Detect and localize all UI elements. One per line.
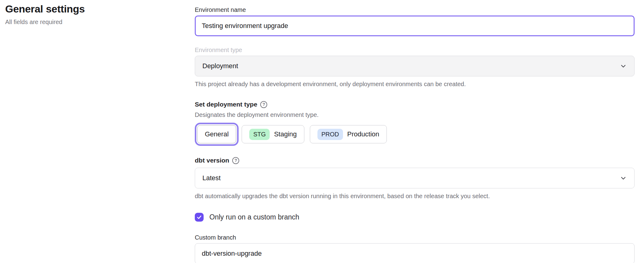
custom-branch-checkbox[interactable] (195, 213, 204, 222)
deployment-type-staging-button[interactable]: STG Staging (242, 125, 304, 143)
deployment-type-section-header: Set deployment type ? (195, 101, 635, 108)
environment-name-label: Environment name (195, 6, 635, 13)
chevron-down-icon (620, 62, 627, 70)
dbt-version-section-header: dbt version ? (195, 157, 635, 164)
staging-button-label: Staging (274, 130, 297, 138)
chevron-down-icon (620, 174, 627, 182)
deployment-type-general-button[interactable]: General (197, 125, 236, 143)
help-icon[interactable]: ? (232, 157, 239, 164)
environment-type-helper: This project already has a development e… (195, 80, 635, 88)
custom-branch-checkbox-label: Only run on a custom branch (209, 213, 299, 221)
environment-type-value: Deployment (202, 62, 238, 70)
help-icon[interactable]: ? (260, 101, 267, 108)
environment-settings-page: General settings All fields are required… (0, 0, 644, 263)
dbt-version-label: dbt version (195, 157, 229, 164)
custom-branch-input[interactable] (195, 243, 635, 263)
staging-badge: STG (249, 129, 270, 140)
custom-branch-checkbox-row: Only run on a custom branch (195, 213, 635, 222)
environment-settings-form: Environment name Environment type Deploy… (195, 0, 635, 263)
production-badge: PROD (317, 129, 343, 140)
custom-branch-label: Custom branch (195, 234, 635, 241)
environment-type-select[interactable]: Deployment (195, 56, 635, 76)
dbt-version-select[interactable]: Latest (195, 168, 635, 188)
deployment-type-helper: Designates the deployment environment ty… (195, 111, 635, 119)
page-title: General settings (5, 3, 195, 15)
page-subtitle: All fields are required (5, 19, 195, 26)
checkmark-icon (196, 214, 202, 220)
dbt-version-value: Latest (202, 174, 221, 182)
environment-type-label: Environment type (195, 46, 635, 54)
deployment-type-production-button[interactable]: PROD Production (310, 125, 387, 143)
environment-name-input[interactable] (195, 16, 635, 36)
deployment-type-options: General STG Staging PROD Production (195, 123, 635, 146)
production-button-label: Production (347, 130, 379, 138)
general-button-label: General (205, 130, 229, 138)
settings-intro: General settings All fields are required (0, 0, 195, 263)
dbt-version-helper: dbt automatically upgrades the dbt versi… (195, 192, 635, 200)
deployment-type-label: Set deployment type (195, 101, 257, 108)
